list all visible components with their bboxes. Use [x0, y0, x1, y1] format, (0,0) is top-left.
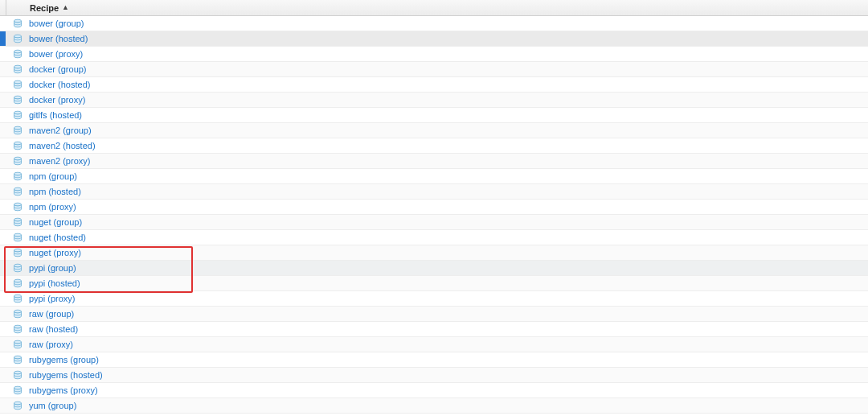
row-icon-cell: [6, 278, 29, 288]
svg-point-21: [14, 340, 21, 344]
database-icon: [13, 309, 23, 319]
table-row[interactable]: raw (hosted): [0, 322, 868, 337]
svg-point-6: [14, 111, 21, 114]
svg-point-15: [14, 249, 21, 252]
database-icon: [13, 248, 23, 257]
row-selection-marker: [0, 245, 6, 260]
table-row[interactable]: yum (group): [0, 398, 868, 414]
svg-point-10: [14, 172, 21, 175]
svg-point-3: [14, 65, 21, 68]
row-selection-marker: [0, 184, 6, 199]
database-icon: [13, 126, 23, 135]
database-icon: [13, 95, 23, 105]
database-icon: [13, 19, 23, 28]
table-row[interactable]: maven2 (hosted): [0, 138, 868, 154]
row-label: docker (hosted): [29, 80, 868, 89]
row-icon-cell: [6, 19, 29, 28]
table-row[interactable]: docker (group): [0, 62, 868, 77]
table-row[interactable]: rubygems (group): [0, 352, 868, 368]
database-icon: [13, 385, 23, 395]
table-row[interactable]: pypi (hosted): [0, 276, 868, 291]
table-row[interactable]: nuget (group): [0, 215, 868, 230]
row-label: raw (group): [29, 309, 868, 319]
row-label: docker (proxy): [29, 95, 868, 105]
grid-header[interactable]: Recipe ▲: [0, 0, 868, 16]
row-label: gitlfs (hosted): [29, 110, 868, 120]
row-selection-marker: [0, 276, 6, 290]
row-label: bower (proxy): [29, 49, 868, 59]
row-icon-cell: [6, 340, 29, 349]
table-row[interactable]: rubygems (hosted): [0, 368, 868, 383]
table-row[interactable]: pypi (group): [0, 261, 868, 276]
database-icon: [13, 370, 23, 380]
database-icon: [13, 355, 23, 365]
row-selection-marker: [0, 77, 6, 92]
svg-point-19: [14, 310, 21, 313]
svg-point-17: [14, 279, 21, 282]
row-label: nuget (proxy): [29, 248, 868, 257]
table-row[interactable]: gitlfs (hosted): [0, 108, 868, 123]
database-icon: [13, 156, 23, 166]
row-icon-cell: [6, 141, 29, 150]
table-row[interactable]: raw (group): [0, 307, 868, 322]
row-label: maven2 (hosted): [29, 141, 868, 150]
row-selection-marker: [0, 123, 6, 138]
table-row[interactable]: raw (proxy): [0, 337, 868, 352]
svg-point-18: [14, 294, 21, 298]
row-icon-cell: [6, 64, 29, 74]
row-selection-marker: [0, 154, 6, 168]
column-header-label: Recipe: [30, 3, 59, 13]
database-icon: [13, 233, 23, 242]
row-label: docker (group): [29, 64, 868, 74]
row-selection-marker: [0, 16, 6, 31]
svg-point-7: [14, 126, 21, 130]
table-row[interactable]: npm (proxy): [0, 200, 868, 215]
table-row[interactable]: bower (hosted): [0, 31, 868, 47]
database-icon: [13, 141, 23, 150]
row-selection-marker: [0, 291, 6, 306]
row-selection-marker: [0, 62, 6, 76]
row-label: pypi (proxy): [29, 294, 868, 303]
svg-point-9: [14, 157, 21, 160]
svg-point-1: [14, 35, 21, 38]
table-row[interactable]: bower (group): [0, 16, 868, 31]
table-row[interactable]: maven2 (group): [0, 123, 868, 138]
row-selection-marker: [0, 169, 6, 183]
row-selection-marker: [0, 215, 6, 229]
row-label: maven2 (proxy): [29, 156, 868, 166]
table-row[interactable]: npm (group): [0, 169, 868, 184]
row-selection-marker: [0, 322, 6, 336]
table-row[interactable]: nuget (proxy): [0, 245, 868, 261]
row-selection-marker: [0, 398, 6, 413]
row-icon-cell: [6, 355, 29, 365]
table-row[interactable]: pypi (proxy): [0, 291, 868, 307]
svg-point-2: [14, 50, 21, 53]
database-icon: [13, 278, 23, 288]
row-icon-cell: [6, 248, 29, 257]
row-icon-cell: [6, 95, 29, 105]
row-label: pypi (group): [29, 263, 868, 273]
database-icon: [13, 263, 23, 273]
database-icon: [13, 340, 23, 349]
table-row[interactable]: npm (hosted): [0, 184, 868, 200]
row-selection-marker: [0, 261, 6, 275]
row-icon-cell: [6, 233, 29, 242]
svg-point-4: [14, 80, 21, 84]
svg-point-8: [14, 142, 21, 145]
sort-asc-icon: ▲: [62, 3, 69, 11]
column-header-recipe[interactable]: Recipe ▲: [6, 3, 69, 13]
table-row[interactable]: nuget (hosted): [0, 230, 868, 245]
table-row[interactable]: maven2 (proxy): [0, 154, 868, 169]
row-label: bower (group): [29, 19, 868, 28]
table-row[interactable]: docker (proxy): [0, 93, 868, 108]
row-icon-cell: [6, 171, 29, 181]
table-row[interactable]: docker (hosted): [0, 77, 868, 93]
table-row[interactable]: rubygems (proxy): [0, 383, 868, 398]
row-label: bower (hosted): [29, 34, 868, 43]
row-label: yum (group): [29, 401, 868, 410]
database-icon: [13, 49, 23, 59]
table-row[interactable]: bower (proxy): [0, 47, 868, 62]
svg-point-5: [14, 96, 21, 99]
row-icon-cell: [6, 217, 29, 227]
row-selection-marker: [0, 138, 6, 153]
